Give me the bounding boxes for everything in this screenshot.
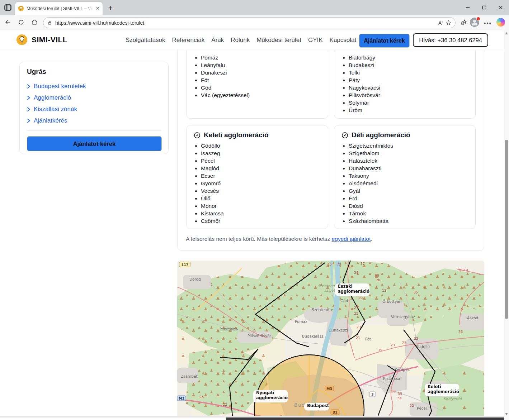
home-icon[interactable] (31, 19, 38, 26)
list-item: Érd (349, 195, 475, 202)
jump-link-budapest-keruletek[interactable]: Budapest kerületek (27, 81, 161, 92)
chevron-right-icon (27, 95, 30, 100)
compass-icon (341, 132, 348, 139)
map-region-label: Keleti (428, 384, 441, 389)
map-road-number: 26 (199, 395, 204, 399)
copilot-icon[interactable] (496, 18, 505, 27)
map-town-label: Pilisvörösvár (248, 334, 272, 338)
divider (27, 130, 161, 130)
jump-link-ajanlatkeres[interactable]: Ajánlatkérés (27, 115, 161, 127)
town-list: BiatorbágyBudakesziTelkiPátyNagykovácsiP… (334, 54, 475, 114)
map-town-label: sziget (324, 288, 336, 293)
tab-close-icon[interactable]: ✕ (96, 6, 100, 11)
map-town-label: Göd (340, 299, 348, 303)
map-town-label: Pomáz (295, 319, 307, 324)
read-aloud-icon[interactable]: A) (438, 20, 443, 26)
compass-icon (194, 132, 201, 139)
card-title: Déli agglomeráció (352, 131, 410, 139)
jump-link-label: Kiszállási zónák (34, 106, 77, 113)
nav-rolunk[interactable]: Rólunk (231, 37, 250, 44)
card-title: Keleti agglomeráció (204, 131, 269, 139)
map-road-number: 58 (391, 389, 396, 393)
map-region-label: Nyugati (256, 390, 274, 395)
nav-arak[interactable]: Árak (211, 37, 224, 44)
profile-avatar[interactable] (470, 18, 479, 27)
map-road-number: 18-19 (458, 268, 468, 272)
scrollbar-down-icon[interactable] (505, 413, 508, 415)
more-options-icon[interactable]: ••• (484, 20, 492, 26)
brand[interactable]: SIMI-VILL (17, 34, 67, 45)
list-item: Vecsés (201, 187, 328, 195)
nav-mukodesi-terulet[interactable]: Működési terület (256, 37, 301, 44)
collections-icon[interactable] (460, 19, 467, 26)
url-text[interactable]: https://www.simi-vill.hu/mukodesi-terule… (55, 20, 435, 26)
nav-kapcsolat[interactable]: Kapcsolat (330, 37, 357, 44)
window-maximize-icon[interactable] (476, 0, 492, 15)
list-item: Telki (349, 69, 475, 76)
address-bar[interactable]: https://www.simi-vill.hu/mukodesi-terule… (43, 17, 456, 28)
map-road-badge-label: M3 (326, 387, 332, 391)
list-item: Páty (349, 76, 475, 84)
map-town-label: Zsámbék (181, 374, 198, 378)
list-item: Százhalombatta (349, 217, 475, 225)
map-road-badge-label: 117 (182, 263, 189, 267)
sidebar-cta-button[interactable]: Ajánlatot kérek (27, 136, 162, 151)
list-item: Fót (201, 76, 328, 84)
card-north-list: PomázLeányfaluDunakesziFótGödVác (egyezt… (186, 43, 328, 119)
nav-gyik[interactable]: GYIK (308, 37, 323, 44)
list-item: Leányfalu (201, 61, 328, 69)
nav-szolgaltatasok[interactable]: Szolgáltatások (126, 37, 165, 44)
map-town-label: Dorog (189, 277, 201, 281)
header-cta-button[interactable]: Ajánlatot kérek (359, 34, 410, 48)
list-item: Üllő (201, 195, 328, 202)
map-region-label: agglomeráció (428, 389, 459, 394)
note-link-egyedi-ajanlat[interactable]: egyedi ajánlatot (332, 236, 371, 242)
jump-card-title: Ugrás (27, 68, 161, 76)
jump-link-label: Agglomeráció (34, 94, 71, 101)
jump-card: Ugrás Budapest kerületek Agglomeráció Ki… (19, 62, 169, 154)
note-text: A felsorolás nem teljes körű. Más telepü… (186, 236, 332, 242)
scrollbar-thumb[interactable] (505, 140, 508, 319)
map-canvas[interactable]: DorogPiliscsabaPilisvörösvárSzentendrePo… (177, 261, 484, 416)
jump-link-kiszallasi-zonak[interactable]: Kiszállási zónák (27, 104, 161, 115)
map-town-label: Szentendre (312, 307, 333, 312)
map-region-label: Északi (338, 283, 353, 289)
map-road-number: 70 (376, 278, 380, 282)
jump-link-label: Budapest kerületek (34, 83, 86, 90)
map-road-number: 55 (398, 392, 402, 396)
list-item: Gödöllő (201, 142, 328, 149)
chevron-right-icon (27, 107, 30, 112)
town-list: GödöllőIsaszegPécelMaglódEcserGyömrőVecs… (187, 142, 328, 225)
window-close-icon[interactable] (492, 0, 509, 15)
town-list: PomázLeányfaluDunakesziFótGödVác (egyezt… (187, 54, 328, 99)
map-road-number: 34 (354, 271, 358, 275)
map-town-label: Dunakeszi (329, 328, 348, 332)
tab-title: Működési terület | SIMI-VILL – Vill (27, 6, 93, 11)
map-road-number: 32 (414, 337, 418, 340)
browser-tab[interactable]: Működési terület | SIMI-VILL – Vill ✕ (15, 2, 103, 15)
back-icon[interactable] (4, 19, 11, 26)
next-section-edge (226, 417, 504, 420)
chevron-right-icon (27, 118, 30, 123)
refresh-icon[interactable] (18, 19, 25, 26)
header-phone-button[interactable]: Hívás: +36 30 482 6294 (413, 33, 488, 47)
map-town-label: Veresegyház (391, 315, 415, 319)
map-road-number: 23 (357, 325, 361, 329)
favorite-star-icon[interactable] (446, 20, 452, 26)
operating-area-map[interactable]: DorogPiliscsabaPilisvörösvárSzentendrePo… (177, 261, 484, 416)
list-item: Taksony (349, 172, 475, 180)
map-road-number: 29 (358, 296, 363, 300)
nav-referenciak[interactable]: Referenciák (172, 37, 205, 44)
new-tab-button[interactable]: + (106, 4, 115, 12)
window-minimize-icon[interactable] (459, 0, 476, 15)
brand-lightbulb-icon (17, 34, 27, 45)
tab-actions-icon[interactable] (4, 3, 12, 12)
list-item: Szigetszentmiklós (349, 142, 475, 149)
map-town-label: Budakalász (302, 334, 324, 338)
map-road-number: 71 (347, 265, 351, 269)
map-road-number: 19 (378, 348, 382, 352)
scrollbar-up-icon[interactable] (505, 32, 508, 34)
map-road-badge-label: 31 (333, 410, 337, 414)
jump-link-agglomeracio[interactable]: Agglomeráció (27, 92, 161, 104)
list-item: Göd (201, 84, 328, 91)
